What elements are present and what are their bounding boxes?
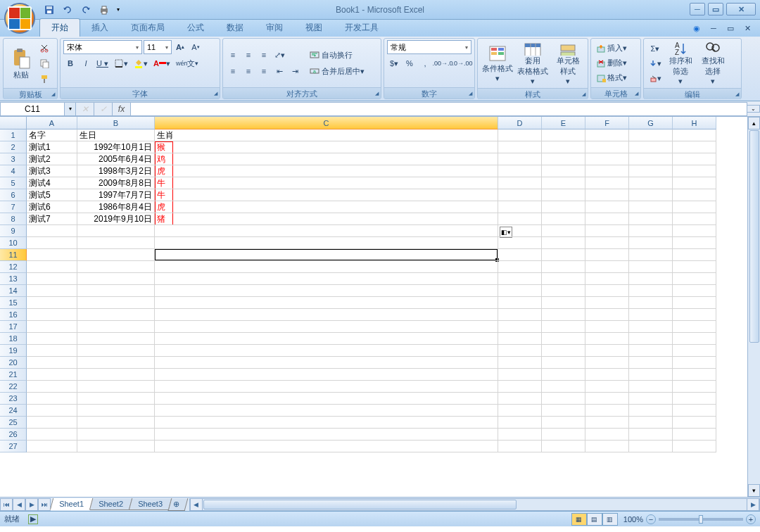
row-header-14[interactable]: 14 — [0, 285, 27, 297]
scroll-down-button[interactable]: ▾ — [748, 484, 760, 497]
row-header-9[interactable]: 9 — [0, 225, 27, 237]
align-middle-button[interactable]: ≡ — [241, 48, 255, 62]
cell-B7[interactable]: 1986年8月4日 — [77, 201, 155, 213]
row-header-6[interactable]: 6 — [0, 189, 27, 201]
row-header-10[interactable]: 10 — [0, 237, 27, 249]
find-select-button[interactable]: 查找和 选择▾ — [697, 40, 728, 87]
row-header-15[interactable]: 15 — [0, 297, 27, 309]
fill-color-button[interactable]: ▾ — [132, 56, 150, 70]
row-header-20[interactable]: 20 — [0, 357, 27, 369]
wrap-text-button[interactable]: 自动换行 — [308, 48, 372, 62]
tab-formula[interactable]: 公式 — [176, 19, 215, 37]
cells-area[interactable]: ◧▾ 名字生日生肖测试11992年10月1日猴测试22005年6月4日鸡测试31… — [27, 129, 747, 497]
formula-expand-button[interactable]: ⌄ — [747, 105, 760, 113]
macro-record-icon[interactable]: ▶ — [28, 514, 38, 524]
row-header-17[interactable]: 17 — [0, 321, 27, 333]
close-button[interactable]: ✕ — [726, 3, 756, 15]
increase-decimal-button[interactable]: .00→.0 — [433, 56, 452, 70]
cell-C6[interactable]: 牛 — [155, 189, 498, 201]
qat-customize[interactable]: ▾ — [114, 2, 122, 18]
border-button[interactable]: ▾ — [112, 56, 130, 70]
insert-cells-button[interactable]: 插入▾ — [594, 42, 638, 56]
sheet-tab-sheet1[interactable]: Sheet1 — [50, 498, 93, 510]
row-header-4[interactable]: 4 — [0, 165, 27, 177]
decrease-indent-button[interactable]: ⇤ — [272, 64, 286, 78]
vscroll-thumb[interactable] — [749, 130, 759, 343]
cell-C1[interactable]: 生肖 — [155, 129, 498, 141]
doc-restore-button[interactable]: ▭ — [723, 21, 737, 35]
font-size-combo[interactable]: 11▾ — [144, 40, 172, 54]
office-button[interactable] — [4, 3, 35, 34]
row-header-5[interactable]: 5 — [0, 177, 27, 189]
number-format-combo[interactable]: 常规▾ — [387, 40, 471, 54]
zoom-slider[interactable] — [659, 518, 743, 521]
format-painter-button[interactable] — [37, 72, 51, 86]
paste-button[interactable]: 粘贴 — [6, 40, 36, 87]
shrink-font-button[interactable]: A▾ — [189, 40, 203, 54]
col-header-G[interactable]: G — [629, 117, 673, 129]
col-header-B[interactable]: B — [77, 117, 155, 129]
col-header-F[interactable]: F — [585, 117, 629, 129]
cell-B4[interactable]: 1998年3月2日 — [77, 165, 155, 177]
font-color-button[interactable]: A▾ — [151, 56, 172, 70]
view-normal-button[interactable]: ▦ — [571, 513, 587, 526]
cell-A4[interactable]: 测试3 — [27, 165, 77, 177]
scroll-right-button[interactable]: ▶ — [747, 498, 759, 511]
row-header-27[interactable]: 27 — [0, 441, 27, 452]
tab-insert[interactable]: 插入 — [80, 19, 120, 37]
row-header-22[interactable]: 22 — [0, 381, 27, 393]
copy-button[interactable] — [37, 56, 51, 70]
orientation-button[interactable]: ⤢▾ — [272, 48, 287, 62]
format-cells-button[interactable]: 格式▾ — [594, 71, 638, 85]
print-button[interactable] — [96, 2, 113, 18]
align-top-button[interactable]: ≡ — [226, 48, 240, 62]
tab-home[interactable]: 开始 — [39, 18, 80, 37]
merge-center-button[interactable]: a合并后居中▾ — [308, 64, 378, 78]
cell-B3[interactable]: 2005年6月4日 — [77, 153, 155, 165]
col-header-A[interactable]: A — [27, 117, 77, 129]
cell-C3[interactable]: 鸡 — [155, 153, 498, 165]
prev-sheet-button[interactable]: ◀ — [13, 498, 25, 511]
cut-button[interactable] — [37, 41, 51, 55]
doc-minimize-button[interactable]: ─ — [707, 21, 721, 35]
tab-review[interactable]: 审阅 — [255, 19, 294, 37]
cell-C4[interactable]: 虎 — [155, 165, 498, 177]
horizontal-scrollbar[interactable]: ◀ ▶ — [189, 498, 760, 511]
scroll-up-button[interactable]: ▴ — [748, 117, 760, 129]
increase-indent-button[interactable]: ⇥ — [288, 64, 302, 78]
italic-button[interactable]: I — [79, 56, 93, 70]
undo-button[interactable] — [59, 2, 76, 18]
vertical-scrollbar[interactable]: ▴ ▾ — [747, 117, 760, 497]
font-name-combo[interactable]: 宋体▾ — [63, 40, 142, 54]
help-button[interactable]: ◉ — [690, 21, 704, 35]
hscroll-thumb[interactable] — [203, 500, 517, 509]
zoom-percent[interactable]: 100% — [623, 515, 643, 524]
cell-A7[interactable]: 测试6 — [27, 201, 77, 213]
tab-layout[interactable]: 页面布局 — [120, 19, 176, 37]
align-left-button[interactable]: ≡ — [226, 64, 240, 78]
cell-B6[interactable]: 1997年7月7日 — [77, 189, 155, 201]
phonetic-button[interactable]: wén文▾ — [174, 56, 201, 70]
row-header-23[interactable]: 23 — [0, 393, 27, 405]
tab-view[interactable]: 视图 — [294, 19, 334, 37]
cell-C7[interactable]: 虎 — [155, 201, 498, 213]
name-box-dropdown[interactable]: ▾ — [65, 102, 76, 116]
bold-button[interactable]: B — [63, 56, 77, 70]
row-header-19[interactable]: 19 — [0, 345, 27, 357]
row-header-7[interactable]: 7 — [0, 201, 27, 213]
new-sheet-button[interactable]: ⊕ — [167, 498, 188, 511]
cell-A5[interactable]: 测试4 — [27, 177, 77, 189]
col-header-C[interactable]: C — [155, 117, 498, 129]
row-header-24[interactable]: 24 — [0, 405, 27, 417]
cell-B1[interactable]: 生日 — [77, 129, 155, 141]
row-header-21[interactable]: 21 — [0, 369, 27, 381]
row-header-12[interactable]: 12 — [0, 261, 27, 273]
zoom-out-button[interactable]: − — [646, 514, 656, 524]
next-sheet-button[interactable]: ▶ — [25, 498, 38, 511]
row-header-1[interactable]: 1 — [0, 129, 27, 141]
cell-A3[interactable]: 测试2 — [27, 153, 77, 165]
conditional-format-button[interactable]: 条件格式▾ — [481, 40, 514, 87]
cell-C5[interactable]: 牛 — [155, 177, 498, 189]
format-table-button[interactable]: 套用 表格格式▾ — [515, 40, 550, 87]
decrease-decimal-button[interactable]: .0→.00 — [453, 56, 471, 70]
